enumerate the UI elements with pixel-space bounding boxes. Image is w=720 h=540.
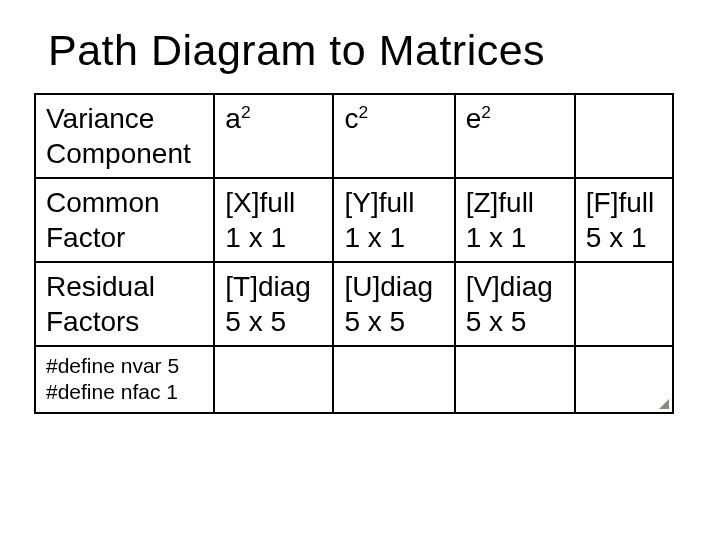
table-row: Residual Factors [T]diag5 x 5 [U]diag5 x…	[35, 262, 673, 346]
a-sup: 2	[241, 102, 251, 122]
cell-e2: e2	[455, 94, 575, 178]
define-nfac: #define nfac 1	[46, 380, 178, 403]
vdiag-a: [V]diag	[466, 271, 553, 302]
cell-zfull: [Z]full1 x 1	[455, 178, 575, 262]
cell-empty-corner	[575, 346, 673, 413]
c-base: c	[344, 103, 358, 134]
c-sup: 2	[358, 102, 368, 122]
e-sup: 2	[481, 102, 491, 122]
table-row: #define nvar 5#define nfac 1	[35, 346, 673, 413]
define-nvar: #define nvar 5	[46, 354, 179, 377]
cell-empty	[575, 262, 673, 346]
cell-xfull: [X]full1 x 1	[214, 178, 333, 262]
tdiag-a: [T]diag	[225, 271, 311, 302]
cell-empty	[333, 346, 454, 413]
cell-yfull: [Y]full1 x 1	[333, 178, 454, 262]
cell-variance-component: Variance Component	[35, 94, 214, 178]
e-base: e	[466, 103, 482, 134]
zfull-b: 1 x 1	[466, 222, 527, 253]
udiag-a: [U]diag	[344, 271, 433, 302]
matrix-table: Variance Component a2 c2 e2 Common Facto…	[34, 93, 674, 414]
cell-empty	[455, 346, 575, 413]
cell-empty	[214, 346, 333, 413]
slide: Path Diagram to Matrices Variance Compon…	[0, 0, 720, 540]
table-row: Common Factor [X]full1 x 1 [Y]full1 x 1 …	[35, 178, 673, 262]
yfull-b: 1 x 1	[344, 222, 405, 253]
cell-residual-factors: Residual Factors	[35, 262, 214, 346]
yfull-a: [Y]full	[344, 187, 414, 218]
cell-defines: #define nvar 5#define nfac 1	[35, 346, 214, 413]
cell-common-factor: Common Factor	[35, 178, 214, 262]
xfull-b: 1 x 1	[225, 222, 286, 253]
cell-vdiag: [V]diag5 x 5	[455, 262, 575, 346]
a-base: a	[225, 103, 241, 134]
cell-udiag: [U]diag5 x 5	[333, 262, 454, 346]
cell-empty	[575, 94, 673, 178]
udiag-b: 5 x 5	[344, 306, 405, 337]
slide-title: Path Diagram to Matrices	[48, 26, 690, 75]
cell-tdiag: [T]diag5 x 5	[214, 262, 333, 346]
zfull-a: [Z]full	[466, 187, 534, 218]
cell-c2: c2	[333, 94, 454, 178]
xfull-a: [X]full	[225, 187, 295, 218]
cell-a2: a2	[214, 94, 333, 178]
cell-ffull: [F]full5 x 1	[575, 178, 673, 262]
vdiag-b: 5 x 5	[466, 306, 527, 337]
table-row: Variance Component a2 c2 e2	[35, 94, 673, 178]
ffull-a: [F]full	[586, 187, 654, 218]
ffull-b: 5 x 1	[586, 222, 647, 253]
tdiag-b: 5 x 5	[225, 306, 286, 337]
